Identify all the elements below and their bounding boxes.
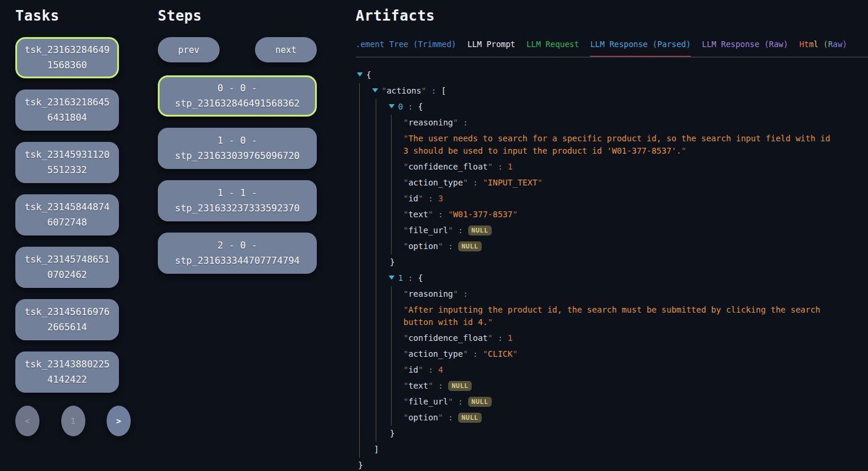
indent-guide bbox=[359, 270, 360, 286]
task-card[interactable]: tsk_231456169762665614 bbox=[15, 299, 119, 340]
json-tree-row: "id" : 3 bbox=[356, 191, 868, 207]
json-tree-row: } bbox=[356, 426, 868, 442]
json-line-content: { bbox=[366, 69, 802, 81]
json-tree-row: "confidence_float" : 1 bbox=[356, 330, 868, 346]
indent-guide bbox=[359, 302, 360, 330]
json-line-content: } bbox=[390, 427, 826, 440]
indent-guide bbox=[376, 238, 376, 254]
indent-guide bbox=[391, 159, 392, 175]
indent-guide bbox=[391, 378, 392, 394]
null-badge: NULL bbox=[458, 413, 482, 423]
json-tree-row: "confidence_float" : 1 bbox=[356, 159, 868, 175]
null-badge: NULL bbox=[468, 225, 492, 236]
json-tree-row: "After inputting the product id, the sea… bbox=[356, 302, 868, 330]
indent-guide bbox=[376, 346, 376, 362]
collapse-toggle-icon[interactable] bbox=[372, 88, 378, 92]
indent-guide bbox=[376, 99, 376, 115]
null-badge: NULL bbox=[468, 397, 492, 407]
indent-guide bbox=[376, 254, 376, 270]
indent-guide bbox=[391, 286, 392, 302]
pagination-next-button[interactable]: > bbox=[107, 406, 131, 436]
indent-guide bbox=[359, 83, 360, 99]
task-card[interactable]: tsk_231457486510702462 bbox=[15, 247, 119, 288]
indent-guide bbox=[359, 426, 360, 442]
step-card[interactable]: 0 - 0 - stp_231632846491568362 bbox=[158, 75, 317, 117]
next-step-button[interactable]: next bbox=[255, 37, 317, 62]
json-tree-row: } bbox=[356, 457, 868, 471]
indent-guide bbox=[391, 346, 392, 362]
json-line-content: "file_url" : NULL bbox=[403, 224, 839, 237]
indent-guide bbox=[376, 131, 376, 159]
json-line-content: } bbox=[358, 459, 794, 471]
null-badge: NULL bbox=[448, 381, 472, 391]
step-list: 0 - 0 - stp_2316328464915683621 - 0 - st… bbox=[158, 75, 317, 274]
indent-guide bbox=[376, 175, 376, 191]
collapse-toggle-icon[interactable] bbox=[357, 72, 363, 77]
indent-guide bbox=[359, 394, 360, 410]
json-line-content: 1 : { bbox=[398, 272, 834, 284]
json-line-content: "confidence_float" : 1 bbox=[403, 161, 839, 173]
step-card[interactable]: 1 - 1 - stp_231633237333592370 bbox=[158, 180, 317, 221]
indent-guide bbox=[376, 410, 376, 426]
task-card[interactable]: tsk_231459311205512332 bbox=[15, 142, 119, 183]
artifact-tab[interactable]: LLM Response (Raw) bbox=[702, 39, 788, 58]
json-line-content: "action_type" : "INPUT_TEXT" bbox=[403, 177, 839, 189]
json-tree-row: "The user needs to search for a specific… bbox=[356, 131, 868, 159]
json-line-content: "text" : NULL bbox=[403, 380, 839, 392]
indent-guide bbox=[376, 270, 376, 286]
artifact-tab[interactable]: LLM Response (Parsed) bbox=[590, 39, 691, 58]
prev-step-button[interactable]: prev bbox=[158, 37, 220, 62]
collapse-toggle-icon[interactable] bbox=[389, 104, 395, 108]
indent-guide bbox=[359, 131, 360, 159]
indent-guide bbox=[391, 238, 392, 254]
artifact-tab[interactable]: LLM Request bbox=[526, 39, 579, 58]
json-tree-row: ] bbox=[356, 442, 868, 457]
indent-guide bbox=[359, 99, 360, 115]
indent-guide bbox=[359, 362, 360, 378]
indent-guide bbox=[359, 378, 360, 394]
json-line-content: "confidence_float" : 1 bbox=[403, 332, 839, 344]
json-line-content: "action_type" : "CLICK" bbox=[403, 348, 839, 360]
indent-guide bbox=[359, 207, 360, 223]
json-tree-row: "file_url" : NULL bbox=[356, 394, 868, 410]
indent-guide bbox=[359, 254, 360, 270]
artifact-tab[interactable]: .ement Tree (Trimmed) bbox=[356, 39, 456, 58]
artifact-tab[interactable]: LLM Prompt bbox=[468, 39, 515, 58]
pagination-page-button[interactable]: 1 bbox=[61, 406, 85, 436]
indent-guide bbox=[376, 286, 376, 302]
task-list: tsk_231632846491568360tsk_23163218645643… bbox=[15, 37, 119, 393]
app-root: Tasks tsk_231632846491568360tsk_23163218… bbox=[0, 0, 868, 471]
json-tree-row: "action_type" : "INPUT_TEXT" bbox=[356, 175, 868, 191]
indent-guide bbox=[376, 302, 376, 330]
json-string-value: "The user needs to search for a specific… bbox=[403, 132, 839, 157]
json-line-content: "reasoning" : bbox=[403, 288, 839, 300]
step-card[interactable]: 1 - 0 - stp_231633039765096720 bbox=[158, 128, 317, 169]
artifact-tab[interactable]: Html (Raw) bbox=[799, 39, 847, 58]
task-card[interactable]: tsk_231632186456431804 bbox=[15, 89, 119, 131]
indent-guide bbox=[359, 191, 360, 207]
json-line-content: } bbox=[390, 256, 826, 268]
json-tree-row: } bbox=[356, 254, 868, 270]
json-tree-row: 0 : { bbox=[356, 99, 868, 115]
indent-guide bbox=[391, 191, 392, 207]
indent-guide bbox=[391, 330, 392, 346]
json-tree-row: "text" : "W01-377-8537" bbox=[356, 207, 868, 223]
indent-guide bbox=[376, 223, 376, 238]
json-line-content: "option" : NULL bbox=[403, 240, 839, 253]
task-card[interactable]: tsk_231632846491568360 bbox=[15, 37, 119, 78]
indent-guide bbox=[376, 159, 376, 175]
step-card[interactable]: 2 - 0 - stp_231633344707774794 bbox=[158, 233, 317, 274]
task-card[interactable]: tsk_231458448746072748 bbox=[15, 194, 119, 236]
pagination-prev-button[interactable]: < bbox=[15, 406, 39, 436]
null-badge: NULL bbox=[458, 241, 482, 251]
indent-guide bbox=[376, 191, 376, 207]
indent-guide bbox=[376, 330, 376, 346]
json-line-content: 0 : { bbox=[398, 101, 834, 113]
indent-guide bbox=[376, 207, 376, 223]
task-card[interactable]: tsk_231438802254142422 bbox=[15, 351, 119, 393]
indent-guide bbox=[359, 410, 360, 426]
indent-guide bbox=[391, 115, 392, 131]
collapse-toggle-icon[interactable] bbox=[389, 276, 395, 280]
json-tree-row: "option" : NULL bbox=[356, 410, 868, 426]
indent-guide bbox=[359, 223, 360, 238]
